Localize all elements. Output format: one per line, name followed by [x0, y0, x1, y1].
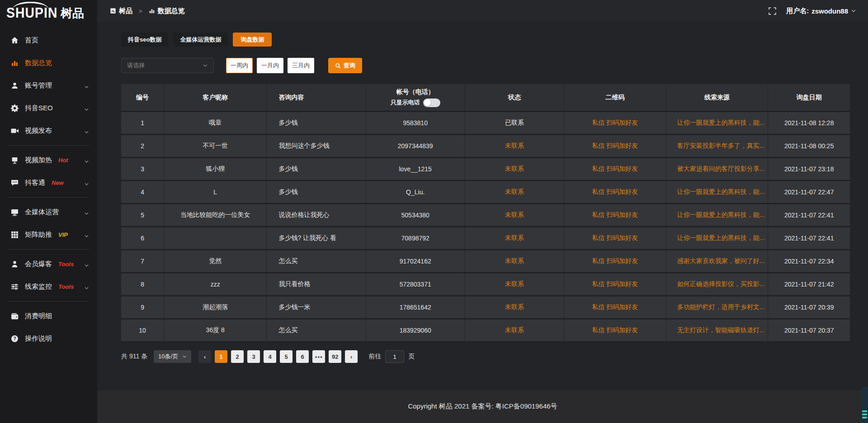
- goto-page-input[interactable]: [385, 350, 404, 363]
- cell-lead-source-link[interactable]: 感谢大家喜欢我家，被问了好...: [666, 250, 769, 273]
- toggle-knob: [424, 99, 431, 106]
- cell-qrcode-links[interactable]: 私信 扫码加好友: [564, 158, 666, 181]
- sidebar-item-label: 数据总览: [25, 59, 52, 67]
- cell-status: 未联系: [465, 227, 564, 250]
- sidebar-item-会员爆客[interactable]: 会员爆客 Tools: [0, 253, 97, 275]
- cell-qrcode-links[interactable]: 私信 扫码加好友: [564, 250, 666, 273]
- fullscreen-icon[interactable]: [769, 7, 776, 15]
- cell-content: 多少钱: [267, 181, 366, 204]
- cell-nickname: L: [164, 181, 267, 204]
- page-size-select[interactable]: 10条/页: [154, 350, 191, 363]
- sidebar-divider: [8, 249, 89, 249]
- cell-qrcode-links[interactable]: 私信 扫码加好友: [564, 273, 666, 296]
- cell-nickname: 不可一世: [164, 135, 267, 158]
- cell-id: 8: [121, 273, 164, 296]
- sidebar-item-label: 首页: [25, 36, 38, 45]
- prev-page-button[interactable]: ‹: [198, 350, 211, 363]
- sidebar-item-账号管理[interactable]: 账号管理: [0, 74, 97, 97]
- logo-cn-text: 树品: [61, 5, 84, 21]
- cell-lead-source-link[interactable]: 无主灯设计，智能磁吸轨道灯...: [666, 320, 769, 343]
- cell-lead-source-link[interactable]: 客厅安装投影半年多了，真实...: [666, 135, 769, 158]
- tab-douyin-seo-data[interactable]: 抖音seo数据: [121, 33, 168, 47]
- search-icon: [335, 63, 341, 69]
- cell-inquiry-date: 2021-11-07 22:41: [768, 227, 850, 250]
- cell-qrcode-links[interactable]: 私信 扫码加好友: [564, 296, 666, 320]
- page-ellipsis-button[interactable]: •••: [312, 350, 325, 363]
- next-page-button[interactable]: ›: [345, 350, 358, 363]
- sidebar-item-视频加热[interactable]: 视频加热 Hot: [0, 149, 97, 171]
- tab-all-media-data[interactable]: 全媒体运营数据: [173, 33, 228, 47]
- cell-qrcode-links[interactable]: 私信 扫码加好友: [564, 135, 666, 158]
- sidebar-item-label: 视频发布: [25, 127, 52, 135]
- table-row: 2 不可一世 我想问这个多少钱 2097344839 未联系 私信 扫码加好友 …: [121, 135, 850, 158]
- sidebar-item-全媒体运营[interactable]: 全媒体运营: [0, 201, 97, 223]
- page-button-1[interactable]: 1: [215, 350, 227, 363]
- cell-qrcode-links[interactable]: 私信 扫码加好友: [564, 181, 666, 204]
- chevron-down-icon: [84, 128, 89, 133]
- col-lead-source: 线索来源: [666, 84, 769, 112]
- breadcrumb-root[interactable]: 树品: [119, 7, 132, 15]
- cell-lead-source-link[interactable]: 被大家追着问的客厅投影分享...: [666, 158, 769, 181]
- sidebar-item-线索监控[interactable]: 线索监控 Tools: [0, 275, 97, 298]
- topbar-right: 用户名: zswodun88: [769, 7, 856, 15]
- sidebar-item-抖音SEO[interactable]: 抖音SEO: [0, 97, 97, 119]
- page-button-92[interactable]: 92: [329, 350, 341, 363]
- data-tabs: 抖音seo数据 全媒体运营数据 询盘数据: [121, 33, 850, 47]
- cell-lead-source-link[interactable]: 让你一眼就爱上的黑科技，能...: [666, 204, 769, 227]
- cell-lead-source-link[interactable]: 让你一眼就爱上的黑科技，能...: [666, 181, 769, 204]
- cell-qrcode-links[interactable]: 私信 扫码加好友: [564, 112, 666, 135]
- cell-status: 未联系: [465, 296, 564, 320]
- topbar: 树品 > 数据总览 用户名: zswodun88: [97, 0, 868, 22]
- page-button-2[interactable]: 2: [231, 350, 244, 363]
- phone-only-toggle[interactable]: [423, 99, 440, 107]
- cell-qrcode-links[interactable]: 私信 扫码加好友: [564, 320, 666, 343]
- page-button-4[interactable]: 4: [264, 350, 276, 363]
- cell-lead-source-link[interactable]: 多功能护栏灯，适用于乡村文...: [666, 296, 769, 320]
- period-month-button[interactable]: 一月内: [257, 58, 283, 73]
- cell-content: 怎么买: [267, 250, 366, 273]
- sidebar-item-badge: Tools: [58, 283, 74, 290]
- sidebar-item-视频发布[interactable]: 视频发布: [0, 119, 97, 142]
- sidebar-item-数据总览[interactable]: 数据总览: [0, 52, 97, 74]
- sidebar-item-label: 全媒体运营: [25, 208, 59, 216]
- col-id: 编号: [121, 84, 164, 112]
- col-qrcode: 二维码: [564, 84, 666, 112]
- sidebar-item-矩阵助推[interactable]: 矩阵助推 VIP: [0, 223, 97, 246]
- user-icon: [11, 82, 19, 89]
- sidebar-nav: 首页 数据总览 账号管理 抖音SEO 视频发布 视频加热 H: [0, 29, 97, 350]
- cell-id: 9: [121, 296, 164, 320]
- page-button-6[interactable]: 6: [296, 350, 309, 363]
- cell-qrcode-links[interactable]: 私信 扫码加好友: [564, 204, 666, 227]
- account-select[interactable]: 请选择: [121, 58, 214, 73]
- chevron-down-icon: [851, 8, 856, 14]
- sidebar-item-操作说明[interactable]: ? 操作说明: [0, 327, 97, 350]
- cell-lead-source-link[interactable]: 如何正确选择投影仪，买投影...: [666, 273, 769, 296]
- floating-widget[interactable]: [861, 387, 868, 423]
- home-icon: [11, 37, 19, 44]
- cell-account: Q_Liu.: [366, 181, 465, 204]
- sidebar-item-抖客通[interactable]: 抖客通 New: [0, 171, 97, 194]
- cell-lead-source-link[interactable]: 让你一眼就爱上的黑科技，能...: [666, 112, 769, 135]
- page-button-5[interactable]: 5: [280, 350, 292, 363]
- sidebar-item-label: 线索监控: [25, 282, 52, 291]
- cell-id: 1: [121, 112, 164, 135]
- cell-status: 已联系: [465, 112, 564, 135]
- page-button-3[interactable]: 3: [247, 350, 260, 363]
- sidebar-item-label: 抖音SEO: [25, 104, 53, 113]
- table-row: 9 潮起潮落 多少钱一米 178651642 未联系 私信 扫码加好友 多功能护…: [121, 296, 850, 320]
- cell-account: 572803371: [366, 273, 465, 296]
- user-menu[interactable]: 用户名: zswodun88: [786, 7, 856, 15]
- period-week-button[interactable]: 一周内: [226, 58, 253, 73]
- video-camera-icon: [11, 127, 19, 135]
- sidebar-item-首页[interactable]: 首页: [0, 29, 97, 52]
- gear-icon: [11, 104, 19, 112]
- period-quarter-button[interactable]: 三月内: [288, 58, 314, 73]
- sidebar-item-消费明细[interactable]: 消费明细: [0, 305, 97, 327]
- breadcrumb: 树品 > 数据总览: [110, 7, 185, 15]
- tab-inquiry-data[interactable]: 询盘数据: [233, 33, 272, 47]
- cell-lead-source-link[interactable]: 让你一眼就爱上的黑科技，能...: [666, 227, 769, 250]
- cell-account: love__1215: [366, 158, 465, 181]
- chevron-down-icon: [84, 232, 89, 237]
- search-button[interactable]: 查询: [328, 58, 362, 73]
- cell-qrcode-links[interactable]: 私信 扫码加好友: [564, 227, 666, 250]
